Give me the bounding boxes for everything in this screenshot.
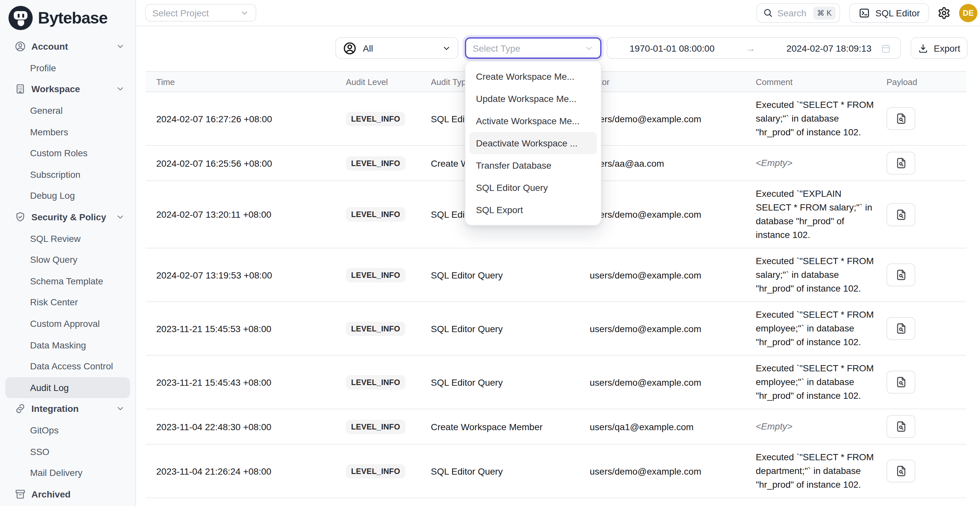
sidebar-item-sql-review[interactable]: SQL Review	[5, 228, 130, 249]
audit-level-badge: LEVEL_INFO	[346, 268, 405, 282]
cell-time: 2024-02-07 13:20:11 +08:00	[146, 203, 346, 226]
payload-view-button[interactable]	[886, 317, 915, 340]
sidebar-item-schema-template[interactable]: Schema Template	[5, 271, 130, 291]
sidebar-item-debug-log[interactable]: Debug Log	[5, 185, 130, 206]
archive-icon	[14, 488, 26, 500]
cell-actor: users/demo@example.com	[590, 203, 756, 226]
menu-item-update-workspace-me[interactable]: Update Workspace Me...	[466, 88, 601, 110]
cell-audit-level: LEVEL_INFO	[346, 262, 431, 288]
sidebar-item-members[interactable]: Members	[5, 121, 130, 143]
cell-audit-level: LEVEL_INFO	[346, 369, 431, 395]
sidebar-item-label: Integration	[31, 404, 79, 414]
payload-view-button[interactable]	[886, 107, 915, 130]
sidebar-item-workspace[interactable]: Workspace	[5, 78, 130, 100]
date-range-input[interactable]: 1970-01-01 08:00:00 → 2024-02-07 18:09:1…	[607, 37, 901, 59]
column-header-actor: Actor	[590, 77, 756, 87]
sidebar-item-label: Audit Log	[30, 382, 68, 393]
link-icon	[14, 403, 26, 415]
menu-item-transfer-database[interactable]: Transfer Database	[466, 154, 601, 177]
menu-item-sql-editor-query[interactable]: SQL Editor Query	[466, 177, 601, 199]
sidebar-item-label: Debug Log	[30, 191, 75, 201]
menu-item-create-workspace-me[interactable]: Create Workspace Me...	[466, 65, 601, 88]
cell-comment: Executed `"SELECT * FROM employee;"` in …	[756, 356, 886, 409]
download-icon	[918, 43, 929, 53]
user-avatar[interactable]: DE	[959, 3, 977, 22]
search-input[interactable]: Search ⌘ K	[756, 3, 840, 22]
sidebar-item-subscription[interactable]: Subscription	[5, 164, 130, 185]
sidebar-item-sso[interactable]: SSO	[5, 441, 130, 462]
cell-time: 2024-02-07 16:27:26 +08:00	[146, 108, 346, 130]
table-row: 2023-11-21 15:45:43 +08:00LEVEL_INFOSQL …	[146, 356, 966, 409]
sidebar-item-profile[interactable]: Profile	[5, 57, 130, 78]
building-icon	[14, 83, 26, 95]
actor-filter-select[interactable]: All	[336, 37, 458, 59]
topbar-right: Search ⌘ K SQL Editor DE	[756, 3, 977, 22]
sidebar-item-gitops[interactable]: GitOps	[5, 419, 130, 441]
chevron-down-icon	[116, 404, 125, 414]
terminal-icon	[858, 7, 870, 19]
column-header-time: Time	[146, 77, 346, 87]
search-shortcut-badge: ⌘ K	[813, 6, 835, 19]
table-row: 2024-02-07 13:19:53 +08:00LEVEL_INFOSQL …	[146, 248, 966, 302]
sidebar-item-label: Mail Delivery	[30, 468, 83, 478]
type-filter-select[interactable]: Select Type	[465, 37, 601, 59]
menu-item-activate-workspace-me[interactable]: Activate Workspace Me...	[466, 110, 601, 132]
cell-audit-type: SQL Editor Query	[431, 264, 590, 286]
bytebase-app: Bytebase AccountProfileWorkspaceGeneralM…	[0, 0, 980, 506]
audit-level-badge: LEVEL_INFO	[346, 111, 405, 126]
payload-view-button[interactable]	[886, 203, 915, 226]
cell-audit-level: LEVEL_INFO	[346, 458, 431, 484]
sidebar-item-security-policy[interactable]: Security & Policy	[5, 207, 130, 228]
bytebase-logo[interactable]: Bytebase	[8, 6, 108, 30]
arrow-right-icon: →	[714, 43, 786, 53]
export-button[interactable]: Export	[911, 37, 967, 59]
payload-view-button[interactable]	[886, 152, 915, 175]
cell-payload	[886, 311, 966, 346]
payload-view-button[interactable]	[886, 460, 915, 482]
project-select[interactable]: Select Project	[145, 4, 256, 22]
payload-view-button[interactable]	[886, 415, 915, 438]
sql-editor-button[interactable]: SQL Editor	[849, 3, 929, 22]
sidebar-item-slow-query[interactable]: Slow Query	[5, 249, 130, 271]
actor-filter-value: All	[363, 43, 373, 53]
sidebar: Bytebase AccountProfileWorkspaceGeneralM…	[0, 0, 136, 506]
menu-item-deactivate-workspace[interactable]: Deactivate Workspace ...	[469, 132, 597, 154]
sidebar-item-label: Slow Query	[30, 254, 78, 265]
cell-actor: users/demo@example.com	[590, 371, 756, 393]
sidebar-item-data-access-control[interactable]: Data Access Control	[5, 356, 130, 377]
audit-level-badge: LEVEL_INFO	[346, 419, 405, 434]
sidebar-item-label: GitOps	[30, 425, 59, 435]
sidebar-item-label: Workspace	[31, 84, 80, 94]
sidebar-item-mail-delivery[interactable]: Mail Delivery	[5, 462, 130, 484]
cell-payload	[886, 101, 966, 136]
sidebar-item-risk-center[interactable]: Risk Center	[5, 291, 130, 313]
table-row: 2023-11-04 21:26:24 +08:00LEVEL_INFOSQL …	[146, 444, 966, 498]
sidebar-item-custom-approval[interactable]: Custom Approval	[5, 313, 130, 334]
user-circle-icon	[342, 41, 357, 55]
audit-level-badge: LEVEL_INFO	[346, 375, 405, 389]
sidebar-nav: AccountProfileWorkspaceGeneralMembersCus…	[5, 36, 130, 505]
settings-gear-icon[interactable]	[937, 6, 951, 19]
cell-comment: Executed `"SELECT * FROM employee;"` in …	[756, 302, 886, 355]
date-to-value: 2024-02-07 18:09:13	[786, 43, 872, 53]
sidebar-item-general[interactable]: General	[5, 100, 130, 121]
cell-actor: users/demo@example.com	[590, 108, 756, 130]
sidebar-item-integration[interactable]: Integration	[5, 398, 130, 419]
sidebar-item-label: Members	[30, 126, 68, 137]
chevron-down-icon	[116, 212, 125, 222]
sidebar-item-label: Schema Template	[30, 276, 103, 286]
sidebar-item-account[interactable]: Account	[5, 36, 130, 57]
payload-view-button[interactable]	[886, 371, 915, 393]
file-search-icon	[895, 322, 907, 335]
sidebar-item-audit-log[interactable]: Audit Log	[5, 377, 130, 398]
sidebar-item-archived[interactable]: Archived	[5, 484, 130, 505]
sidebar-item-custom-roles[interactable]: Custom Roles	[5, 143, 130, 164]
cell-payload	[886, 197, 966, 232]
column-header-audit-level: Audit Level	[346, 77, 431, 87]
payload-view-button[interactable]	[886, 263, 915, 286]
audit-level-badge: LEVEL_INFO	[346, 464, 405, 478]
file-search-icon	[895, 465, 907, 477]
sidebar-item-data-masking[interactable]: Data Masking	[5, 334, 130, 356]
menu-item-sql-export[interactable]: SQL Export	[466, 199, 601, 221]
cell-time: 2023-11-21 15:45:43 +08:00	[146, 371, 346, 393]
